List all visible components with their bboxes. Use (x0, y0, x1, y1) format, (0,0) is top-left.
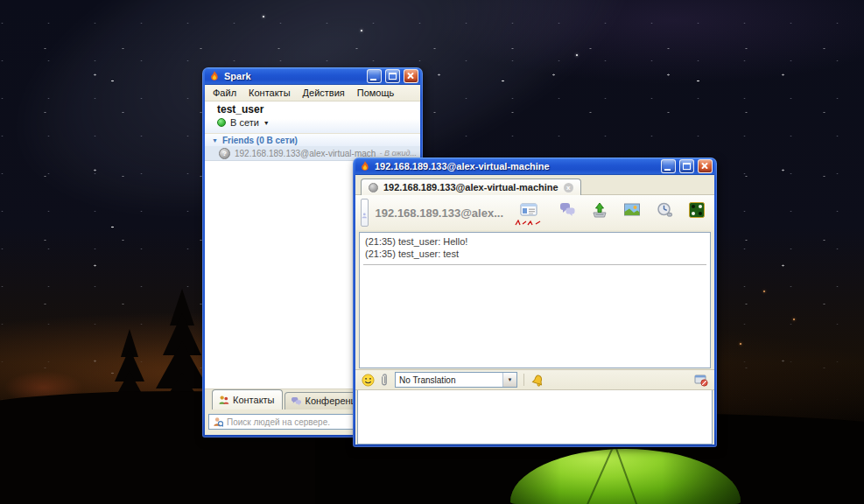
contact-status-text: - В ожид... (380, 149, 417, 158)
message-input[interactable] (357, 390, 713, 444)
collapse-arrow-icon[interactable]: ▼ (212, 137, 218, 144)
message-separator (363, 264, 706, 265)
maximize-button[interactable] (679, 159, 694, 173)
group-label: Friends (0 В сети) (222, 136, 298, 145)
avatar[interactable] (361, 199, 369, 227)
presence-dot-icon (369, 183, 378, 192)
status-selector[interactable]: В сети ▼ (217, 117, 420, 128)
chevron-down-icon[interactable]: ▼ (263, 120, 270, 126)
close-button[interactable] (404, 69, 418, 83)
view-profile-button[interactable] (514, 201, 544, 227)
close-button[interactable] (698, 159, 713, 173)
spark-flame-icon (359, 160, 371, 172)
minimize-button[interactable] (367, 69, 382, 83)
vcard-profile-icon (520, 201, 537, 219)
user-status-panel: test_user В сети ▼ (205, 102, 420, 133)
disable-popup-icon[interactable] (694, 374, 708, 387)
chat-tab[interactable]: 192.168.189.133@alex-virtual-machine x (361, 178, 581, 195)
menu-help[interactable]: Помощь (357, 88, 395, 98)
chat-message: (21:35) test_user: test (365, 248, 705, 260)
chat-input-toolbar: No Translation ▼ (355, 369, 714, 390)
menu-contacts[interactable]: Контакты (249, 88, 291, 98)
roster-group-header[interactable]: ▼ Friends (0 В сети) (205, 133, 420, 146)
menu-actions[interactable]: Действия (303, 88, 345, 98)
translation-selected-value: No Translation (396, 375, 502, 385)
chat-toolbar-icons (514, 200, 706, 227)
send-screenshot-icon[interactable] (623, 201, 641, 219)
contact-jid: 192.168.189.133@alex-virtual-machine (235, 149, 376, 158)
presence-pending-icon: ? (219, 148, 230, 159)
chat-header: 192.168.189.133@alex... (355, 195, 714, 230)
red-scribble-caption (514, 220, 544, 227)
orange-star (793, 318, 795, 320)
minimize-button[interactable] (661, 159, 676, 173)
chat-client-area: 192.168.189.133@alex-virtual-machine x 1… (355, 175, 714, 444)
person-search-icon (213, 416, 223, 427)
conference-invite-icon[interactable] (558, 201, 576, 219)
tab-contacts[interactable]: Контакты (212, 389, 283, 410)
chat-message: (21:35) test_user: Hello! (365, 235, 705, 248)
translation-select[interactable]: No Translation ▼ (395, 372, 517, 388)
orange-star (740, 343, 741, 345)
maximize-button[interactable] (385, 69, 400, 83)
menu-file[interactable]: Файл (213, 88, 236, 98)
select-arrow-icon[interactable]: ▼ (502, 373, 516, 387)
buzz-attention-icon[interactable] (530, 374, 544, 387)
attach-file-icon[interactable] (381, 373, 389, 387)
menu-bar: Файл Контакты Действия Помощь (205, 85, 420, 102)
games-icon[interactable] (688, 201, 706, 219)
orange-star (763, 290, 765, 292)
toolbar-divider (523, 374, 524, 386)
status-label: В сети (230, 117, 259, 128)
spark-titlebar[interactable]: Spark (205, 67, 420, 85)
bright-star (361, 30, 362, 32)
view-history-icon[interactable] (656, 201, 673, 219)
window-title: 192.168.189.133@alex-virtual-machine (375, 161, 657, 172)
message-history[interactable]: (21:35) test_user: Hello! (21:35) test_u… (359, 232, 711, 368)
emoticon-icon[interactable] (362, 374, 375, 387)
person-silhouette-icon (362, 205, 368, 226)
chat-titlebar[interactable]: 192.168.189.133@alex-virtual-machine (355, 158, 714, 175)
tab-close-icon[interactable]: x (564, 183, 573, 192)
chat-tab-bar: 192.168.189.133@alex-virtual-machine x (355, 175, 714, 195)
window-title: Spark (224, 71, 363, 81)
bright-star (576, 54, 578, 56)
chat-contact-name: 192.168.189.133@alex... (376, 206, 503, 220)
spark-flame-icon (208, 70, 221, 82)
current-username: test_user (217, 103, 420, 116)
chat-tab-label: 192.168.189.133@alex-virtual-machine (383, 182, 558, 192)
conference-bubbles-icon (291, 396, 302, 406)
tab-contacts-label: Контакты (233, 395, 275, 405)
online-status-icon (217, 118, 226, 127)
send-file-icon[interactable] (591, 201, 608, 219)
chat-window: 192.168.189.133@alex-virtual-machine 192… (353, 158, 717, 447)
contacts-people-icon (218, 395, 229, 405)
bright-star (263, 16, 264, 18)
